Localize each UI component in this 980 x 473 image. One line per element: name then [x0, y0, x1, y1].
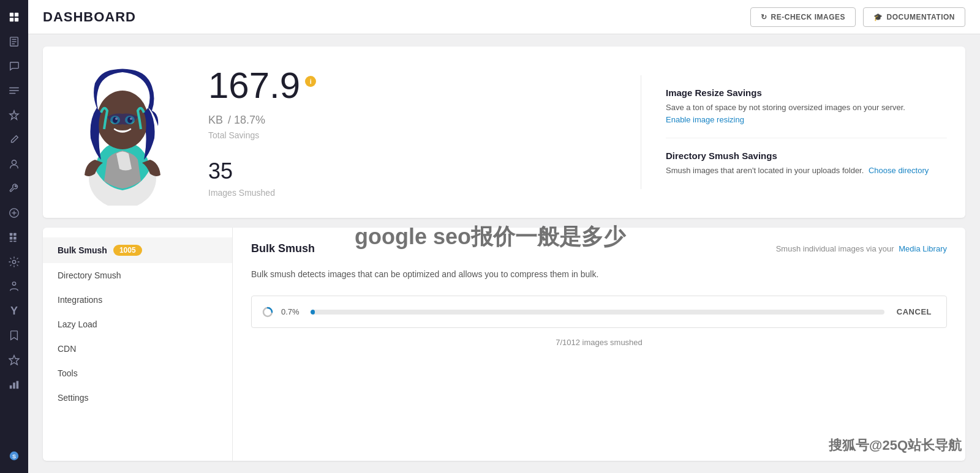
svg-rect-14 [10, 237, 12, 240]
progress-container: 0.7% CANCEL [251, 296, 947, 328]
panel-subtitle: Smush individual images via your Media L… [776, 244, 947, 253]
nav-label-integrations: Integrations [58, 295, 102, 305]
svg-rect-2 [10, 18, 13, 21]
svg-rect-13 [13, 233, 17, 236]
svg-point-18 [12, 260, 15, 263]
images-smushed-label: Images Smushed [208, 188, 641, 198]
sidebar-icon-pages[interactable] [3, 31, 25, 53]
resize-savings-info: Image Resize Savings Save a ton of space… [666, 75, 947, 138]
sidebar-icon-chart[interactable] [3, 373, 25, 395]
main-panel: Bulk Smush Smush individual images via y… [233, 228, 965, 461]
nav-item-lazy-load[interactable]: Lazy Load [43, 312, 232, 337]
stats-right-panel: Image Resize Savings Save a ton of space… [641, 75, 947, 189]
svg-rect-21 [10, 385, 12, 389]
sidebar-icon-user[interactable] [3, 153, 25, 175]
directory-smush-desc: Smush images that aren't located in your… [666, 165, 947, 177]
enable-resizing-link[interactable]: Enable image resizing [666, 115, 744, 124]
svg-point-8 [12, 160, 16, 165]
directory-smush-info: Directory Smush Savings Smush images tha… [666, 138, 947, 189]
savings-number: 167.9 [208, 67, 300, 104]
header-actions: ↻ RE-CHECK IMAGES 🎓 DOCUMENTATION [750, 7, 965, 27]
resize-savings-title: Image Resize Savings [666, 88, 947, 98]
recheck-icon: ↻ [761, 13, 767, 21]
sidebar-icon-grid[interactable] [3, 226, 25, 248]
nav-label-tools: Tools [58, 368, 78, 378]
svg-rect-22 [13, 382, 15, 389]
svg-rect-0 [10, 13, 13, 17]
svg-rect-16 [10, 240, 12, 242]
progress-status: 7/1012 images smushed [251, 338, 947, 347]
savings-label: Total Savings [208, 130, 641, 140]
svg-rect-23 [17, 381, 19, 389]
progress-percent: 0.7% [281, 307, 303, 316]
svg-marker-20 [9, 356, 19, 365]
directory-smush-title: Directory Smush Savings [666, 151, 947, 161]
stats-card: 167.9 i KB / 18.7% Total Savings 35 Imag… [43, 47, 965, 218]
svg-text:S: S [12, 453, 16, 460]
savings-stat: 167.9 i KB / 18.7% Total Savings [208, 67, 641, 140]
nav-label-lazy-load: Lazy Load [58, 319, 97, 329]
nav-label-directory-smush: Directory Smush [58, 270, 121, 280]
images-smushed-count: 35 [208, 158, 641, 184]
loading-spinner-icon [262, 306, 274, 318]
svg-rect-17 [13, 240, 17, 242]
sidebar-icon-comments[interactable] [3, 55, 25, 77]
nav-item-bulk-smush[interactable]: Bulk Smush 1005 [43, 237, 232, 263]
nav-label-settings: Settings [58, 393, 89, 403]
sidebar-icon-dashboard[interactable] [3, 6, 25, 28]
svg-rect-12 [10, 233, 12, 236]
bottom-section: Bulk Smush 1005 Directory Smush Integrat… [43, 228, 965, 461]
resize-savings-desc: Save a ton of space by not storing overs… [666, 102, 947, 125]
sidebar-icon-tools[interactable] [3, 177, 25, 199]
nav-badge-bulk-smush: 1005 [113, 245, 142, 256]
nav-label-bulk-smush: Bulk Smush [58, 245, 107, 255]
panel-header: Bulk Smush Smush individual images via y… [251, 242, 947, 255]
main-content: DASHBOARD ↻ RE-CHECK IMAGES 🎓 DOCUMENTAT… [28, 0, 980, 473]
nav-item-directory-smush[interactable]: Directory Smush [43, 263, 232, 288]
sidebar-icon-pin[interactable] [3, 104, 25, 126]
nav-item-cdn[interactable]: CDN [43, 337, 232, 361]
recheck-images-button[interactable]: ↻ RE-CHECK IMAGES [750, 7, 856, 27]
sidebar-icon-y[interactable]: Y [3, 300, 25, 322]
nav-item-tools[interactable]: Tools [43, 361, 232, 385]
panel-description: Bulk smush detects images that can be op… [251, 267, 947, 281]
choose-directory-link[interactable]: Choose directory [869, 166, 929, 175]
progress-bar-wrapper [311, 310, 884, 315]
sidebar-icon-posts[interactable] [3, 80, 25, 102]
nav-sidebar: Bulk Smush 1005 Directory Smush Integrat… [43, 228, 233, 461]
progress-bar-fill [311, 310, 315, 315]
svg-rect-3 [15, 18, 18, 21]
nav-item-settings[interactable]: Settings [43, 385, 232, 410]
savings-percent: / 18.7% [228, 114, 265, 127]
cancel-button[interactable]: CANCEL [892, 305, 937, 319]
svg-point-19 [12, 282, 15, 285]
stats-numbers: 167.9 i KB / 18.7% Total Savings 35 Imag… [184, 67, 641, 198]
page-title: DASHBOARD [43, 9, 136, 25]
hero-image [61, 59, 184, 206]
images-smushed-stat: 35 Images Smushed [208, 158, 641, 198]
svg-rect-1 [15, 13, 18, 17]
nav-item-integrations[interactable]: Integrations [43, 288, 232, 312]
svg-rect-15 [13, 237, 17, 240]
sidebar-icon-edit[interactable] [3, 128, 25, 151]
panel-title: Bulk Smush [251, 242, 315, 255]
nav-label-cdn: CDN [58, 344, 76, 354]
sidebar-icon-smush-logo[interactable]: S [3, 445, 25, 467]
info-icon[interactable]: i [305, 76, 316, 87]
savings-unit: KB [208, 114, 223, 127]
content-wrapper: 167.9 i KB / 18.7% Total Savings 35 Imag… [28, 34, 980, 473]
sidebar-icon-star[interactable] [3, 349, 25, 371]
sidebar-icon-bookmark[interactable] [3, 324, 25, 346]
sidebar-icon-settings[interactable] [3, 251, 25, 273]
top-header: DASHBOARD ↻ RE-CHECK IMAGES 🎓 DOCUMENTAT… [28, 0, 980, 34]
media-library-link[interactable]: Media Library [899, 244, 947, 253]
documentation-button[interactable]: 🎓 DOCUMENTATION [863, 7, 965, 27]
doc-icon: 🎓 [873, 13, 883, 21]
sidebar-icon-person[interactable] [3, 275, 25, 297]
sidebar-icon-plus[interactable] [3, 202, 25, 224]
left-sidebar: Y S [0, 0, 28, 473]
